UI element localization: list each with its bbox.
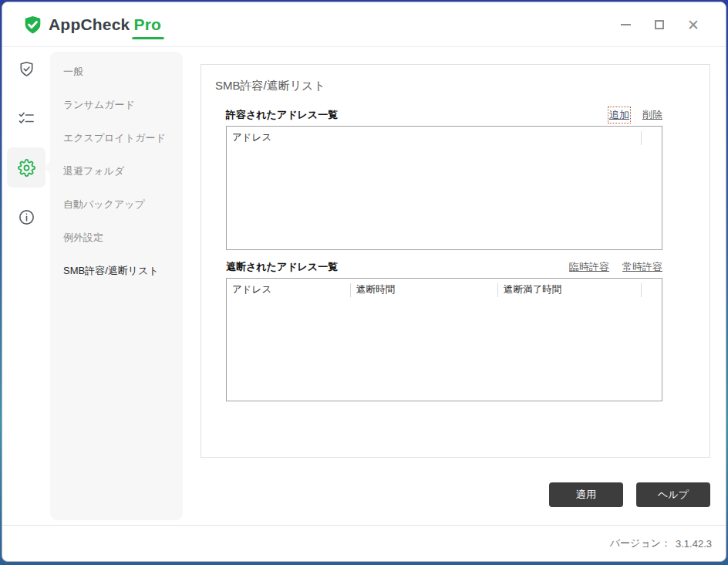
maximize-button[interactable] xyxy=(642,9,676,40)
allowed-list-label: 許容されたアドレス一覧 xyxy=(226,108,338,122)
close-icon: ✕ xyxy=(687,18,699,32)
column-divider xyxy=(641,283,642,297)
logo-shield-icon xyxy=(22,15,43,36)
logo-pro-name: Pro xyxy=(133,15,161,34)
column-divider xyxy=(497,283,498,297)
status-bar: バージョン： 3.1.42.3 xyxy=(2,525,726,561)
allowed-address-list[interactable]: アドレス xyxy=(226,126,662,250)
column-header-block-expire-time: 遮断満了時間 xyxy=(504,283,561,296)
rail-item-logs[interactable] xyxy=(7,99,46,137)
column-header-block-time: 遮断時間 xyxy=(356,283,395,296)
blocked-address-list[interactable]: アドレス 遮断時間 遮断満了時間 xyxy=(226,278,662,401)
app-window: AppCheck Pro ✕ xyxy=(2,2,726,562)
gear-icon xyxy=(18,159,35,177)
allowed-section-header: 許容されたアドレス一覧 追加 削除 xyxy=(226,108,662,121)
shield-check-icon xyxy=(18,60,35,78)
menu-item-exceptions[interactable]: 例外設定 xyxy=(50,221,183,254)
delete-link[interactable]: 削除 xyxy=(642,108,662,122)
logo-underline xyxy=(132,37,164,39)
version-label: バージョン： xyxy=(610,536,671,550)
minimize-icon xyxy=(621,24,631,25)
column-header-address: アドレス xyxy=(232,283,271,296)
menu-item-smb-list[interactable]: SMB許容/遮断リスト xyxy=(50,254,183,287)
blocked-section-header: 遮断されたアドレス一覧 臨時許容 常時許容 xyxy=(226,260,662,273)
settings-menu: 一般 ランサムガード エクスプロイトガード 退避フォルダ 自動バックアップ 例外… xyxy=(50,52,183,520)
add-link[interactable]: 追加 xyxy=(609,108,629,122)
menu-item-general[interactable]: 一般 xyxy=(50,55,183,88)
logo-app-name: AppCheck xyxy=(49,15,130,34)
minimize-button[interactable] xyxy=(608,9,642,40)
apply-button[interactable]: 適用 xyxy=(549,482,623,507)
temporary-allow-link[interactable]: 臨時許容 xyxy=(569,260,609,274)
allowed-list-header: アドレス xyxy=(227,127,662,147)
close-button[interactable]: ✕ xyxy=(676,9,710,40)
column-divider xyxy=(350,283,351,297)
blocked-list-header: アドレス 遮断時間 遮断満了時間 xyxy=(227,279,662,299)
menu-item-exploit-guard[interactable]: エクスプロイトガード xyxy=(50,121,183,154)
blocked-list-label: 遮断されたアドレス一覧 xyxy=(226,260,338,274)
app-logo: AppCheck Pro xyxy=(22,2,161,47)
rail-item-settings[interactable] xyxy=(7,148,46,187)
smb-settings-panel: SMB許容/遮断リスト 許容されたアドレス一覧 追加 削除 アドレス 遮断された… xyxy=(201,64,710,458)
column-divider xyxy=(641,131,642,145)
checklist-icon xyxy=(17,109,35,127)
menu-item-ransom-guard[interactable]: ランサムガード xyxy=(50,88,183,121)
page-title: SMB許容/遮断リスト xyxy=(215,79,325,93)
rail-item-protection[interactable] xyxy=(7,49,46,88)
version-value: 3.1.42.3 xyxy=(676,538,712,550)
always-allow-link[interactable]: 常時許容 xyxy=(622,260,662,274)
menu-item-evacuation-folder[interactable]: 退避フォルダ xyxy=(50,154,183,188)
maximize-icon xyxy=(655,20,664,29)
window-controls: ✕ xyxy=(608,2,726,47)
info-icon xyxy=(18,208,35,226)
menu-item-auto-backup[interactable]: 自動バックアップ xyxy=(50,188,183,221)
help-button[interactable]: ヘルプ xyxy=(636,482,710,507)
column-header-address: アドレス xyxy=(232,131,271,144)
rail-item-info[interactable] xyxy=(7,198,46,236)
title-bar: AppCheck Pro ✕ xyxy=(2,2,726,47)
